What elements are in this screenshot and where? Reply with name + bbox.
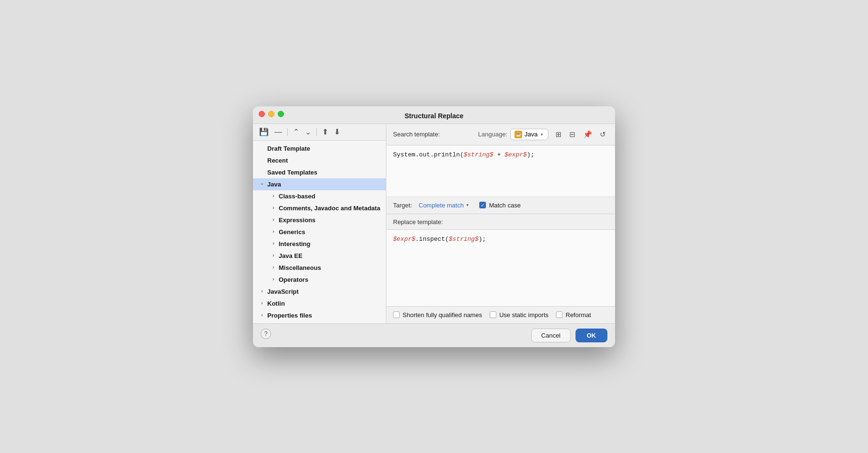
header-action-icons: ⊞ ⊟ 📌 ↺ [553, 129, 608, 140]
pin-button[interactable]: 📌 [581, 129, 595, 140]
sidebar-item-saved-templates[interactable]: Saved Templates [253, 166, 386, 178]
copy-template-button[interactable]: ⊞ [553, 129, 564, 140]
miscellaneous-arrow: › [270, 264, 277, 271]
sidebar-item-label: JavaScript [267, 288, 299, 295]
complete-match-dropdown[interactable]: Complete match ▾ [417, 201, 471, 210]
replace-code-expr-var: $expr$ [393, 236, 415, 243]
static-imports-checkbox[interactable] [490, 311, 496, 318]
export-button[interactable]: ⬆ [321, 127, 330, 137]
sidebar-toolbar: 💾 — ⌃ ⌄ ⬆ ⬇ [253, 124, 386, 141]
ok-button[interactable]: OK [575, 329, 608, 342]
import-button[interactable]: ⬇ [333, 127, 342, 137]
chevron-down-icon: ▾ [541, 132, 543, 137]
replace-code-method: .inspect( [415, 236, 449, 243]
sidebar-item-comments-javadoc[interactable]: › Comments, Javadoc and Metadata [253, 202, 386, 214]
language-dropdown[interactable]: ☕ Java ▾ [510, 129, 548, 140]
sidebar-item-properties-files[interactable]: › Properties files [253, 309, 386, 321]
sidebar-item-class-based[interactable]: › Class-based [253, 190, 386, 202]
structural-replace-dialog: Structural Replace 💾 — ⌃ ⌄ [253, 106, 615, 347]
close-button[interactable] [259, 111, 265, 117]
sidebar-item-javascript[interactable]: › JavaScript [253, 286, 386, 298]
move-up-button[interactable]: ⌃ [292, 127, 301, 137]
static-imports-option: Use static imports [490, 311, 548, 319]
sidebar-item-label: Java EE [279, 252, 303, 259]
replace-code-string-var: $string$ [449, 236, 478, 243]
sidebar-item-label: Draft Template [267, 145, 310, 152]
dialog-title: Structural Replace [261, 112, 607, 120]
target-row: Target: Complete match ▾ ✓ Match case [386, 197, 615, 214]
shorten-checkbox[interactable] [393, 311, 400, 318]
help-icon: ? [264, 330, 267, 337]
language-selector: Language: ☕ Java ▾ [478, 129, 548, 140]
sidebar-item-label: Java [267, 181, 281, 188]
copy-icon: ⊞ [555, 130, 562, 138]
reformat-checkbox[interactable] [556, 311, 563, 318]
language-label: Language: [478, 131, 507, 138]
main-content: 💾 — ⌃ ⌄ ⬆ ⬇ [253, 124, 615, 323]
refresh-button[interactable]: ↺ [597, 129, 608, 140]
maximize-button[interactable] [278, 111, 284, 117]
sidebar-item-java-ee[interactable]: › Java EE [253, 250, 386, 262]
filter-icon: ⊟ [569, 130, 575, 138]
sidebar-item-label: Properties files [267, 312, 312, 319]
reformat-label: Reformat [565, 311, 591, 319]
arrow-spacer [259, 157, 265, 164]
template-tree: Draft Template Recent Saved Templates › … [253, 141, 386, 323]
minimize-button[interactable] [268, 111, 274, 117]
complete-match-label: Complete match [419, 202, 464, 209]
sidebar-item-kotlin[interactable]: › Kotlin [253, 298, 386, 309]
checkmark-icon: ✓ [481, 203, 484, 208]
toolbar-separator-2 [316, 128, 317, 136]
comments-arrow: › [270, 205, 277, 211]
filter-button[interactable]: ⊟ [567, 129, 578, 140]
sidebar-item-recent[interactable]: Recent [253, 154, 386, 166]
export-icon: ⬆ [322, 128, 328, 136]
save-icon: 💾 [259, 128, 269, 136]
class-based-arrow: › [270, 193, 277, 199]
sidebar-item-interesting[interactable]: › Interesting [253, 238, 386, 250]
arrow-spacer [259, 169, 265, 175]
shorten-option: Shorten fully qualified names [393, 311, 482, 319]
sidebar-item-expressions[interactable]: › Expressions [253, 214, 386, 226]
sidebar-item-label: Kotlin [267, 300, 285, 307]
sidebar-item-miscellaneous[interactable]: › Miscellaneous [253, 262, 386, 274]
shorten-label: Shorten fully qualified names [403, 311, 482, 319]
javascript-arrow: › [259, 288, 265, 295]
sidebar-item-label: Generics [279, 228, 305, 236]
sidebar: 💾 — ⌃ ⌄ ⬆ ⬇ [253, 124, 386, 323]
sidebar-item-generics[interactable]: › Generics [253, 226, 386, 238]
match-case-checkbox[interactable]: ✓ [479, 202, 486, 208]
window-controls [259, 111, 284, 117]
reformat-option: Reformat [556, 311, 591, 319]
replace-code-suffix: ); [478, 236, 486, 243]
search-code-plus: + [494, 151, 505, 158]
title-bar: Structural Replace [253, 106, 615, 124]
search-code-editor[interactable]: System.out.println($string$ + $expr$); [386, 145, 615, 197]
properties-arrow: › [259, 312, 265, 319]
interesting-arrow: › [270, 240, 277, 247]
save-template-button[interactable]: 💾 [258, 127, 270, 137]
sidebar-item-label: Recent [267, 157, 288, 164]
arrow-spacer [259, 145, 265, 152]
sidebar-item-draft-template[interactable]: Draft Template [253, 143, 386, 154]
generics-arrow: › [270, 228, 277, 235]
sidebar-item-label: Interesting [279, 240, 310, 247]
help-button[interactable]: ? [261, 329, 271, 339]
operators-arrow: › [270, 276, 277, 283]
sidebar-item-java[interactable]: › Java [253, 178, 386, 190]
target-label: Target: [393, 202, 412, 209]
replace-code-editor[interactable]: $expr$.inspect($string$); [386, 230, 615, 306]
remove-template-button[interactable]: — [273, 127, 283, 137]
refresh-icon: ↺ [600, 130, 606, 138]
move-down-button[interactable]: ⌄ [303, 127, 313, 137]
cancel-button[interactable]: Cancel [531, 329, 570, 342]
search-template-label: Search template: [393, 131, 440, 138]
complete-match-chevron-icon: ▾ [466, 203, 469, 207]
match-case-row: ✓ Match case [479, 202, 520, 209]
sidebar-item-label: Expressions [279, 216, 315, 224]
sidebar-item-label: Comments, Javadoc and Metadata [279, 205, 380, 212]
sidebar-item-operators[interactable]: › Operators [253, 274, 386, 286]
sidebar-item-label: Miscellaneous [279, 264, 321, 271]
search-code-suffix: ); [527, 151, 535, 158]
toolbar-separator-1 [287, 128, 288, 136]
